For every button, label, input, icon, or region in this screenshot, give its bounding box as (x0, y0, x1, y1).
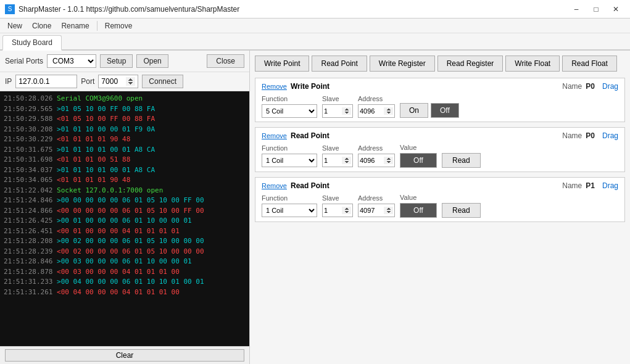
read-point-1-drag[interactable]: Drag (602, 131, 618, 140)
write-point-function-select[interactable]: 5 Coil (262, 104, 317, 118)
read-point-2-function-label: Function (262, 194, 317, 202)
clear-bar: Clear (0, 346, 249, 364)
write-point-card: Remove Write Point Name P0 Drag Function… (255, 78, 625, 122)
title-bar: S SharpMaster - 1.0.1 https://github.com… (0, 0, 630, 19)
write-point-function-label: Function (262, 95, 317, 102)
minimize-button[interactable]: – (567, 2, 586, 16)
read-point-2-drag[interactable]: Drag (602, 181, 618, 190)
menu-bar: New Clone Rename Remove (0, 19, 630, 33)
write-point-off-button[interactable]: Off (431, 103, 459, 118)
tab-study-board[interactable]: Study Board (2, 35, 62, 51)
menu-remove[interactable]: Remove (100, 20, 138, 31)
read-point-2-slave-label: Slave (322, 194, 353, 202)
read-point-2-value-label: Value (400, 194, 437, 201)
read-point-2-address-label: Address (358, 194, 395, 202)
clear-button[interactable]: Clear (5, 349, 244, 362)
read-point-1-name-label: Name (562, 131, 582, 140)
write-point-button[interactable]: Write Point (255, 56, 309, 72)
read-point-1-read-button[interactable]: Read (442, 153, 481, 168)
read-point-2-read-button[interactable]: Read (442, 203, 481, 218)
read-point-1-value-display: Off (400, 153, 437, 168)
read-point-2-function-group: Function 1 Coil (262, 194, 317, 217)
write-point-function-group: Function 5 Coil (262, 95, 317, 118)
write-point-on-button[interactable]: On (400, 103, 428, 118)
close-button-serial[interactable]: Close (207, 54, 244, 68)
main-content: Serial Ports COM3 Setup Open Close IP Po… (0, 51, 630, 364)
write-point-name-value: P0 (586, 82, 595, 91)
window-title: SharpMaster - 1.0.1 https://github.com/s… (19, 5, 567, 14)
read-point-1-header: Remove Read Point Name P0 Drag (262, 131, 618, 140)
read-float-button[interactable]: Read Float (562, 56, 617, 72)
read-register-button[interactable]: Read Register (437, 56, 504, 72)
maximize-button[interactable]: □ (587, 2, 605, 16)
read-point-2-read-group: Read (442, 194, 481, 218)
right-panel: Write Point Read Point Write Register Re… (250, 51, 630, 364)
write-float-button[interactable]: Write Float (505, 56, 560, 72)
write-point-drag[interactable]: Drag (602, 82, 618, 91)
write-point-action-group: On Off (400, 94, 459, 118)
read-point-1-remove[interactable]: Remove (262, 132, 287, 139)
read-point-2-address-group: Address (358, 194, 395, 217)
read-point-2-remove[interactable]: Remove (262, 182, 287, 189)
menu-separator (97, 21, 97, 31)
read-point-card-1: Remove Read Point Name P0 Drag Function … (255, 127, 625, 172)
write-point-address-input[interactable] (358, 104, 395, 118)
write-point-card-header: Remove Write Point Name P0 Drag (262, 82, 618, 91)
write-point-type: Write Point (291, 82, 558, 91)
app-icon: S (5, 4, 15, 14)
read-point-1-address-label: Address (358, 144, 395, 152)
read-point-2-slave-group: Slave (322, 194, 353, 217)
read-point-1-value-group: Value Off (400, 144, 437, 168)
read-point-2-name-value: P1 (586, 181, 595, 190)
read-point-2-slave-input[interactable] (322, 204, 353, 217)
read-point-1-slave-input[interactable] (322, 154, 353, 167)
write-point-remove[interactable]: Remove (262, 83, 287, 90)
read-point-1-slave-group: Slave (322, 144, 353, 167)
read-point-1-function-group: Function 1 Coil (262, 144, 317, 167)
left-panel: Serial Ports COM3 Setup Open Close IP Po… (0, 51, 250, 364)
point-buttons: Write Point Read Point Write Register Re… (255, 56, 625, 72)
write-register-button[interactable]: Write Register (370, 56, 435, 72)
menu-new[interactable]: New (2, 20, 27, 31)
read-point-2-fields: Function 1 Coil Slave Address Value Off (262, 194, 618, 218)
controls-row: Serial Ports COM3 Setup Open Close (0, 51, 249, 72)
write-point-address-label: Address (358, 95, 395, 102)
read-point-2-value-display: Off (400, 203, 437, 218)
menu-clone[interactable]: Clone (27, 20, 56, 31)
port-input[interactable] (98, 75, 138, 88)
read-point-card-2: Remove Read Point Name P1 Drag Function … (255, 177, 625, 222)
read-point-1-slave-label: Slave (322, 144, 353, 152)
open-button[interactable]: Open (136, 54, 168, 68)
read-point-2-value-group: Value Off (400, 194, 437, 218)
app-icon-text: S (8, 6, 12, 12)
setup-button[interactable]: Setup (100, 54, 133, 68)
read-point-2-address-input[interactable] (358, 204, 395, 217)
ip-label: IP (5, 77, 12, 86)
ip-row: IP Port Connect (0, 72, 249, 91)
serial-ports-select[interactable]: COM3 (47, 54, 96, 68)
read-point-1-name-value: P0 (586, 131, 595, 140)
connect-button[interactable]: Connect (142, 75, 183, 88)
read-point-2-header: Remove Read Point Name P1 Drag (262, 181, 618, 190)
log-area: 21:50:28.026 Serial COM3@9600 open21:50:… (0, 91, 249, 346)
read-point-1-function-select[interactable]: 1 Coil (262, 154, 317, 167)
write-point-slave-input[interactable] (322, 104, 353, 118)
read-point-1-read-group: Read (442, 144, 481, 168)
read-point-2-type: Read Point (291, 181, 558, 190)
menu-rename[interactable]: Rename (56, 20, 94, 31)
window-controls: – □ ✕ (567, 2, 625, 16)
read-point-1-fields: Function 1 Coil Slave Address Value Off (262, 144, 618, 168)
read-point-1-address-group: Address (358, 144, 395, 167)
write-point-slave-label: Slave (322, 95, 353, 102)
read-point-2-function-select[interactable]: 1 Coil (262, 204, 317, 217)
close-button[interactable]: ✕ (607, 2, 625, 16)
read-point-button[interactable]: Read Point (312, 56, 367, 72)
read-point-2-name-label: Name (562, 181, 582, 190)
read-point-1-type: Read Point (291, 131, 558, 140)
tab-bar: Study Board (0, 33, 630, 51)
read-point-1-function-label: Function (262, 144, 317, 152)
write-point-fields: Function 5 Coil Slave Address On Off (262, 94, 618, 118)
ip-input[interactable] (15, 75, 77, 88)
write-point-slave-group: Slave (322, 95, 353, 118)
read-point-1-address-input[interactable] (358, 154, 395, 167)
